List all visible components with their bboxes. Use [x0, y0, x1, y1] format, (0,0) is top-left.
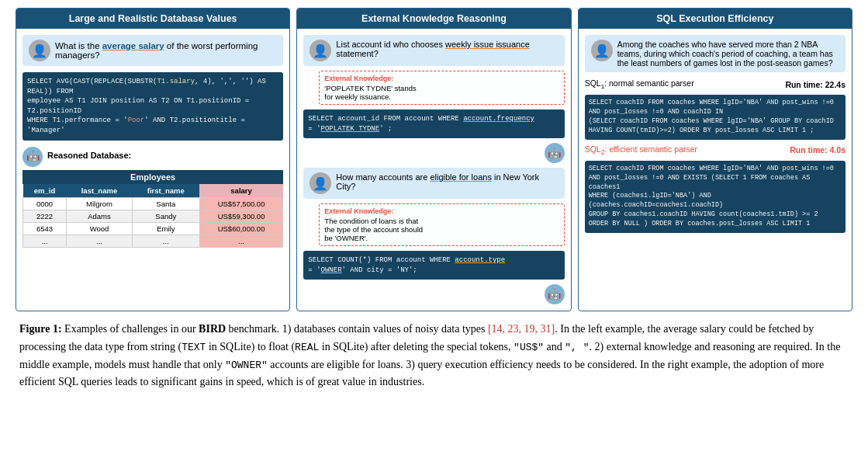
left-question-text: What is the average salary of the worst … — [55, 41, 277, 60]
mid-sql2-text: SELECT COUNT(*) FROM account WHERE accou… — [308, 256, 505, 274]
right-sql1-label-row: SQL1: normal semantic parser Run time: 2… — [585, 78, 846, 92]
right-sql2-label: SQL2: efficient semantic parser — [585, 144, 697, 156]
ext-knowledge-2: External Knowledge: The condition of loa… — [319, 203, 564, 246]
mid-avatar-1: 👤 — [310, 40, 331, 61]
cell-ellipsis: ... — [199, 234, 283, 247]
cell-ellipsis: ... — [67, 234, 133, 247]
right-sql1-label: SQL1: normal semantic parser — [585, 78, 694, 90]
table-row: 2222 Adams Sandy US$59,300.00 — [23, 210, 283, 222]
mid-sql2-box: SELECT COUNT(*) FROM account WHERE accou… — [303, 251, 564, 280]
reasoned-label: Reasoned Database: — [47, 151, 131, 160]
ext-knowledge-text-2: The condition of loans is thatthe type o… — [324, 217, 558, 242]
right-runtime2: Run time: 4.0s — [790, 145, 846, 155]
cell-em_id: 0000 — [23, 197, 67, 210]
cell-first_name: Sandy — [132, 210, 199, 222]
ext-knowledge-label-2: External Knowledge: — [324, 207, 558, 215]
table-caption: Employees — [22, 170, 283, 184]
panels-row: Large and Realistic Database Values 👤 Wh… — [16, 8, 852, 311]
mid-bot-avatar-1: 🤖 — [545, 143, 565, 163]
col-last_name: last_name — [67, 184, 133, 198]
cell-first_name: Santa — [132, 197, 199, 210]
figure-num: Figure 1: — [19, 323, 62, 335]
ext-knowledge-label-1: External Knowledge: — [324, 75, 558, 82]
left-panel: Large and Realistic Database Values 👤 Wh… — [16, 8, 290, 311]
left-panel-header: Large and Realistic Database Values — [16, 9, 289, 29]
table-row: ... ... ... ... — [23, 234, 283, 247]
cell-salary: US$59,300.00 — [199, 210, 283, 222]
right-sql1-box: SELECT coachID FROM coaches WHERE lgID='… — [585, 95, 846, 140]
left-sql-box: SELECT AVG(CAST(REPLACE(SUBSTR(T1.salary… — [22, 72, 283, 141]
employees-table: Employees em_id last_name first_name sal… — [22, 170, 283, 248]
right-question-box: 👤 Among the coaches who have served more… — [585, 35, 846, 72]
left-panel-body: 👤 What is the average salary of the wors… — [16, 29, 289, 254]
table-header: em_id last_name first_name salary — [23, 184, 283, 198]
cell-salary: US$57,500.00 — [199, 197, 283, 210]
table-body: 0000 Milgrom Santa US$57,500.00 2222 Ada… — [23, 197, 283, 247]
col-em_id: em_id — [23, 184, 67, 198]
right-sql2-code: SELECT coachID FROM coaches WHERE lgID='… — [589, 165, 834, 228]
mid-q2-text: How many accounts are eligible for loans… — [336, 172, 558, 191]
left-avatar: 👤 — [29, 40, 50, 61]
mid-bot-avatar-2: 🤖 — [545, 284, 565, 304]
left-question-box: 👤 What is the average salary of the wors… — [22, 35, 283, 66]
mid-bot-row-2: 🤖 — [303, 284, 564, 304]
cell-em_id: 6543 — [23, 222, 67, 234]
cell-em_id: 2222 — [23, 210, 67, 222]
table-row: 6543 Wood Emily US$60,000.00 — [23, 222, 283, 234]
mid-bot-row-1: 🤖 — [303, 143, 564, 163]
cell-first_name: Emily — [132, 222, 199, 234]
mid-q2-box: 👤 How many accounts are eligible for loa… — [303, 168, 564, 199]
col-first_name: first_name — [132, 184, 199, 198]
cell-last_name: Adams — [67, 210, 133, 222]
ext-knowledge-text-1: 'POPLATEK TYDNE' standsfor weekly issuan… — [324, 84, 558, 101]
right-sql2-label-row: SQL2: efficient semantic parser Run time… — [585, 144, 846, 158]
right-panel-body: 👤 Among the coaches who have served more… — [579, 29, 852, 244]
mid-q1-text: List account id who chooses weekly issue… — [336, 40, 558, 58]
right-panel-header: SQL Execution Efficiency — [579, 9, 852, 29]
col-salary: salary — [199, 184, 283, 198]
reasoned-row: 🤖 Reasoned Database: — [22, 147, 283, 167]
ext-knowledge-1: External Knowledge: 'POPLATEK TYDNE' sta… — [319, 71, 564, 105]
figure-container: Large and Realistic Database Values 👤 Wh… — [16, 8, 852, 391]
figure-caption: Figure 1: Examples of challenges in our … — [16, 321, 852, 391]
cell-ellipsis: ... — [132, 234, 199, 247]
mid-sql1-text: SELECT account_id FROM account WHERE acc… — [308, 115, 534, 133]
middle-panel-body: 👤 List account id who chooses weekly iss… — [297, 29, 570, 311]
cell-salary: US$60,000.00 — [199, 222, 283, 234]
right-sql1-code: SELECT coachID FROM coaches WHERE lgID='… — [589, 99, 834, 134]
middle-panel: External Knowledge Reasoning 👤 List acco… — [296, 8, 571, 311]
middle-panel-header: External Knowledge Reasoning — [297, 9, 570, 29]
left-sql-text: SELECT AVG(CAST(REPLACE(SUBSTR(T1.salary… — [27, 78, 266, 134]
cell-ellipsis: ... — [23, 234, 67, 247]
right-runtime1: Run time: 22.4s — [785, 80, 846, 89]
mid-q1-box: 👤 List account id who chooses weekly iss… — [303, 35, 564, 66]
left-bot-avatar: 🤖 — [22, 147, 43, 167]
right-sql2-box: SELECT coachID FROM coaches WHERE lgID='… — [585, 161, 846, 233]
right-avatar: 👤 — [591, 40, 613, 61]
mid-sql1-box: SELECT account_id FROM account WHERE acc… — [303, 109, 564, 138]
cell-last_name: Wood — [67, 222, 133, 234]
caption-text: Examples of challenges in our BIRD bench… — [19, 323, 840, 387]
table-row: 0000 Milgrom Santa US$57,500.00 — [23, 197, 283, 210]
right-question-text: Among the coaches who have served more t… — [617, 40, 839, 68]
mid-avatar-2: 👤 — [310, 172, 331, 194]
right-panel: SQL Execution Efficiency 👤 Among the coa… — [578, 8, 852, 311]
cell-last_name: Milgrom — [67, 197, 133, 210]
